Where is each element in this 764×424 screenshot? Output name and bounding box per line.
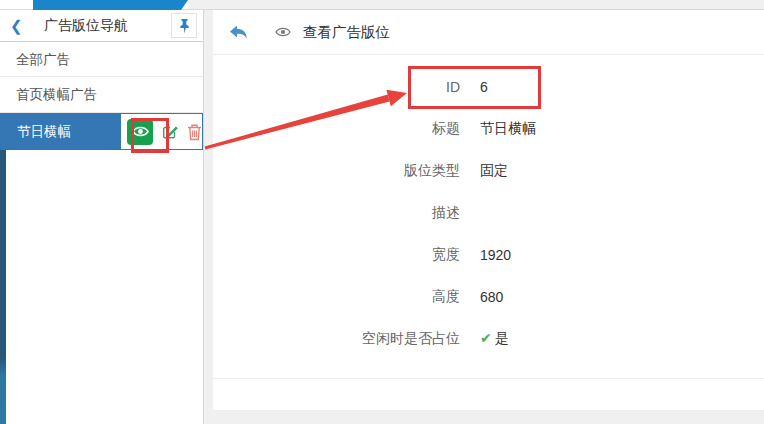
detail-panel: 查看广告版位 ID 6 标题 节日横幅 版位类型 固定 描述 宽度 1920 bbox=[213, 10, 764, 410]
sidebar: ❮ 广告版位导航 全部广告 首页横幅广告 节日横幅 bbox=[0, 10, 204, 424]
edit-button[interactable] bbox=[161, 123, 179, 140]
sidebar-item-all-ads[interactable]: 全部广告 bbox=[0, 42, 203, 77]
field-value: 6 bbox=[480, 79, 488, 95]
field-list: ID 6 标题 节日横幅 版位类型 固定 描述 宽度 1920 高度 680 bbox=[213, 55, 764, 379]
delete-button[interactable] bbox=[187, 123, 202, 141]
row-action-buttons bbox=[121, 114, 202, 149]
field-value: 1920 bbox=[480, 247, 511, 263]
sidebar-item-home-banner-ads[interactable]: 首页横幅广告 bbox=[0, 77, 203, 113]
field-slot-type: 版位类型 固定 bbox=[213, 150, 764, 192]
sidebar-item-holiday-banner-selected[interactable]: 节日横幅 bbox=[0, 113, 203, 150]
sidebar-title: 广告版位导航 bbox=[44, 17, 128, 35]
field-value: 固定 bbox=[480, 162, 508, 180]
reply-arrow-icon bbox=[228, 23, 248, 41]
field-label: 标题 bbox=[213, 120, 460, 138]
detail-header: 查看广告版位 bbox=[213, 10, 764, 55]
page-title: 查看广告版位 bbox=[303, 23, 390, 42]
field-value-text: 是 bbox=[495, 330, 509, 346]
view-button[interactable] bbox=[127, 119, 153, 145]
field-width: 宽度 1920 bbox=[213, 234, 764, 276]
active-tab-indicator[interactable] bbox=[33, 0, 188, 10]
field-label: 高度 bbox=[213, 288, 460, 306]
pin-button[interactable] bbox=[171, 13, 197, 38]
field-id: ID 6 bbox=[213, 66, 764, 108]
field-label: 描述 bbox=[213, 204, 460, 222]
sidebar-item-label: 节日横幅 bbox=[1, 114, 121, 149]
field-description: 描述 bbox=[213, 192, 764, 234]
field-label: 空闲时是否占位 bbox=[213, 330, 460, 348]
check-icon: ✔ bbox=[480, 330, 492, 346]
page: ❮ 广告版位导航 全部广告 首页横幅广告 节日横幅 bbox=[0, 0, 764, 424]
field-value: 节日横幅 bbox=[480, 120, 536, 138]
eye-icon bbox=[275, 26, 291, 38]
field-height: 高度 680 bbox=[213, 276, 764, 318]
field-title: 标题 节日横幅 bbox=[213, 108, 764, 150]
field-label: 宽度 bbox=[213, 246, 460, 264]
divider bbox=[213, 378, 764, 379]
chevron-left-icon[interactable]: ❮ bbox=[10, 17, 24, 35]
field-value: 680 bbox=[480, 289, 503, 305]
trash-icon bbox=[187, 123, 202, 141]
pushpin-icon bbox=[177, 18, 192, 34]
sidebar-header: ❮ 广告版位导航 bbox=[0, 10, 203, 42]
collapse-strip[interactable] bbox=[0, 150, 6, 424]
back-button[interactable] bbox=[228, 23, 248, 41]
tab-bar-background bbox=[188, 0, 764, 9]
field-value: ✔是 bbox=[480, 330, 509, 348]
eye-icon bbox=[132, 125, 149, 138]
field-label: 版位类型 bbox=[213, 162, 460, 180]
edit-pencil-icon bbox=[161, 123, 179, 140]
field-label: ID bbox=[213, 79, 460, 95]
browser-tab-strip bbox=[0, 0, 764, 10]
field-idle-placeholder: 空闲时是否占位 ✔是 bbox=[213, 318, 764, 360]
